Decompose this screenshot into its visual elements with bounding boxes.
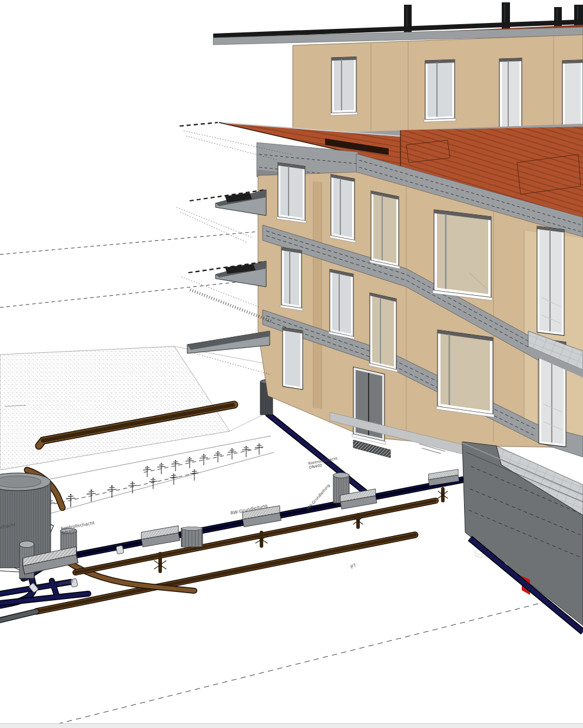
horizontal-scrollbar[interactable]	[0, 723, 583, 728]
site-boundary-dashed	[58, 593, 583, 724]
rw-main-pipe	[24, 479, 464, 578]
cad-viewport[interactable]: Kontrollschacht DN400 Kontrollschacht DN…	[0, 0, 583, 728]
model-canvas[interactable]: Kontrollschacht DN400 Kontrollschacht DN…	[0, 0, 583, 728]
pipe-label: Kontrollschacht DN400	[61, 520, 96, 536]
gray-pipe	[0, 611, 37, 620]
balcony-slab	[187, 331, 270, 353]
svg-text:P7: P7	[350, 562, 357, 570]
grid-label: P7	[350, 562, 357, 570]
